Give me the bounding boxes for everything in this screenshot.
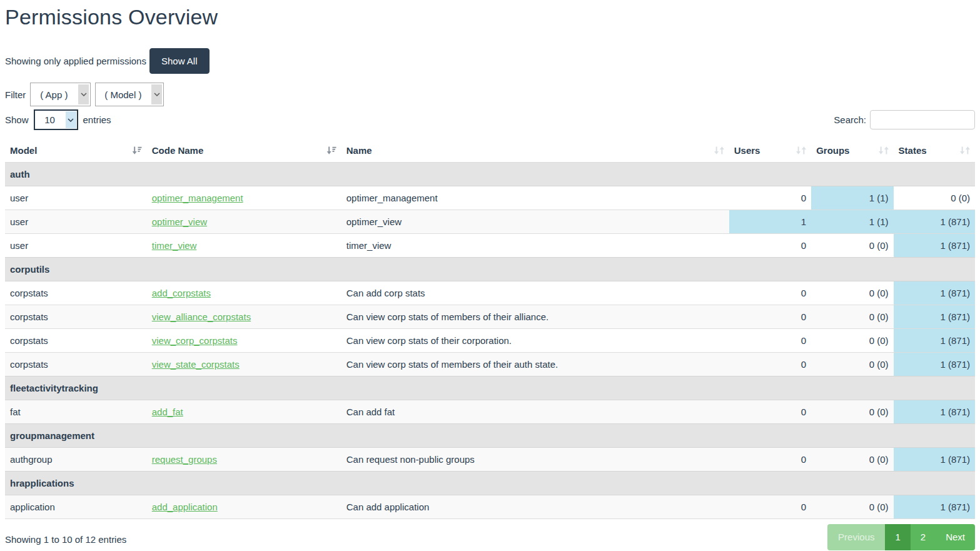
cell-users: 1 <box>729 210 811 234</box>
chevron-down-icon <box>151 84 162 104</box>
pagination-1[interactable]: 1 <box>885 524 910 550</box>
code-name-link[interactable]: view_corp_corpstats <box>152 335 238 346</box>
cell-code-name: optimer_view <box>147 210 341 234</box>
cell-states: 1 (871) <box>894 234 975 258</box>
show-label: Show <box>5 114 29 125</box>
table-header-row: ModelCode NameNameUsersGroupsStates <box>5 139 975 163</box>
filter-label: Filter <box>5 89 26 100</box>
sort-both-icon <box>879 146 889 155</box>
cell-code-name: view_corp_corpstats <box>147 329 341 353</box>
code-name-link[interactable]: timer_view <box>152 240 197 251</box>
code-name-link[interactable]: view_state_corpstats <box>152 359 240 370</box>
table-row: corpstatsview_state_corpstatsCan view co… <box>5 353 975 377</box>
search-input[interactable] <box>870 110 975 129</box>
cell-model: authgroup <box>5 448 147 472</box>
applied-permissions-row: Showing only applied permissions Show Al… <box>5 48 975 74</box>
column-label: Users <box>734 144 760 157</box>
table-row: useroptimer_viewoptimer_view11 (1)1 (871… <box>5 210 975 234</box>
cell-groups: 0 (0) <box>811 281 893 305</box>
group-header-row: corputils <box>5 258 975 281</box>
cell-code-name: add_application <box>147 495 341 519</box>
cell-code-name: optimer_management <box>147 186 341 210</box>
column-header-name[interactable]: Name <box>341 139 729 163</box>
cell-users: 0 <box>729 329 811 353</box>
group-name: auth <box>5 163 975 186</box>
page-length-select[interactable]: 10 <box>34 109 78 130</box>
cell-groups: 0 (0) <box>811 448 893 472</box>
cell-groups: 0 (0) <box>811 400 893 424</box>
cell-states: 1 (871) <box>894 495 975 519</box>
sort-applied-icon <box>132 146 142 155</box>
code-name-link[interactable]: view_alliance_corpstats <box>152 311 251 322</box>
cell-model: corpstats <box>5 305 147 329</box>
cell-code-name: add_corpstats <box>147 281 341 305</box>
cell-groups: 0 (0) <box>811 329 893 353</box>
page-length-value: 10 <box>35 111 65 129</box>
column-header-states[interactable]: States <box>894 139 975 163</box>
pagination-previous: Previous <box>827 524 885 550</box>
cell-groups: 0 (0) <box>811 353 893 377</box>
sort-both-icon <box>796 146 806 155</box>
cell-states: 1 (871) <box>894 353 975 377</box>
app-filter-select[interactable]: ( App ) <box>30 83 91 106</box>
cell-name: timer_view <box>341 234 729 258</box>
pagination-2[interactable]: 2 <box>911 524 936 550</box>
sort-both-icon <box>714 146 724 155</box>
cell-groups: 0 (0) <box>811 495 893 519</box>
cell-groups: 0 (0) <box>811 234 893 258</box>
code-name-link[interactable]: add_corpstats <box>152 288 211 298</box>
column-label: Code Name <box>152 144 204 157</box>
cell-states: 1 (871) <box>894 329 975 353</box>
model-filter-select[interactable]: ( Model ) <box>95 83 164 106</box>
table-controls-row: Show 10 entries Search: <box>5 109 975 130</box>
column-header-users[interactable]: Users <box>729 139 811 163</box>
cell-code-name: add_fat <box>147 400 341 424</box>
cell-groups: 0 (0) <box>811 305 893 329</box>
cell-users: 0 <box>729 448 811 472</box>
code-name-link[interactable]: request_groups <box>152 454 217 465</box>
code-name-link[interactable]: add_fat <box>152 407 183 417</box>
table-row: applicationadd_applicationCan add applic… <box>5 495 975 519</box>
group-name: hrapplications <box>5 472 975 495</box>
column-header-model[interactable]: Model <box>5 139 147 163</box>
cell-states: 1 (871) <box>894 448 975 472</box>
cell-name: Can request non-public groups <box>341 448 729 472</box>
table-search: Search: <box>834 110 975 129</box>
page-title: Permissions Overview <box>5 5 975 29</box>
show-all-button[interactable]: Show All <box>149 48 210 74</box>
cell-users: 0 <box>729 495 811 519</box>
code-name-link[interactable]: optimer_management <box>152 193 243 203</box>
cell-name: Can view corp stats of members of their … <box>341 353 729 377</box>
cell-states: 1 (871) <box>894 305 975 329</box>
cell-model: corpstats <box>5 353 147 377</box>
cell-name: Can add corp stats <box>341 281 729 305</box>
cell-users: 0 <box>729 353 811 377</box>
filter-row: Filter ( App ) ( Model ) <box>5 83 975 106</box>
column-header-groups[interactable]: Groups <box>811 139 893 163</box>
permissions-table: ModelCode NameNameUsersGroupsStates auth… <box>5 139 975 519</box>
cell-states: 1 (871) <box>894 281 975 305</box>
cell-model: user <box>5 186 147 210</box>
cell-name: Can add application <box>341 495 729 519</box>
code-name-link[interactable]: optimer_view <box>152 216 207 227</box>
cell-code-name: timer_view <box>147 234 341 258</box>
group-header-row: auth <box>5 163 975 186</box>
entries-label: entries <box>83 114 111 125</box>
pagination: Previous12Next <box>827 524 975 550</box>
pagination-next[interactable]: Next <box>936 524 975 550</box>
column-label: Groups <box>816 144 849 157</box>
table-row: corpstatsadd_corpstatsCan add corp stats… <box>5 281 975 305</box>
column-header-code-name[interactable]: Code Name <box>147 139 341 163</box>
table-footer: Showing 1 to 10 of 12 entries Previous12… <box>5 524 975 550</box>
table-row: authgrouprequest_groupsCan request non-p… <box>5 448 975 472</box>
table-row: useroptimer_managementoptimer_management… <box>5 186 975 210</box>
cell-code-name: view_state_corpstats <box>147 353 341 377</box>
chevron-down-icon <box>78 84 89 104</box>
cell-name: Can view corp stats of members of their … <box>341 305 729 329</box>
cell-model: application <box>5 495 147 519</box>
cell-name: optimer_view <box>341 210 729 234</box>
code-name-link[interactable]: add_application <box>152 502 218 512</box>
sort-both-icon <box>960 146 970 155</box>
cell-users: 0 <box>729 186 811 210</box>
cell-name: optimer_management <box>341 186 729 210</box>
